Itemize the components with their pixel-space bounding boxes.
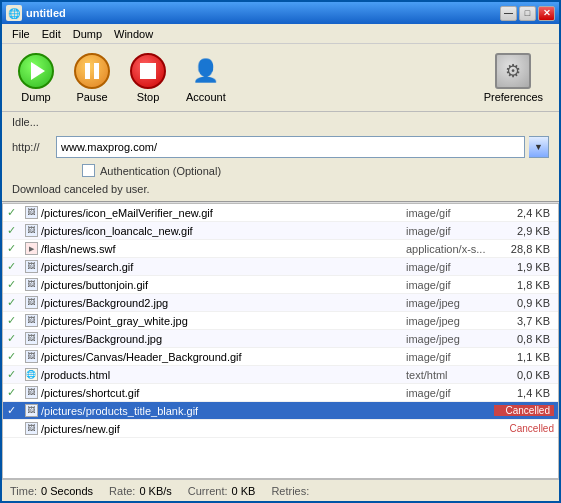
title-bar-buttons: — □ ✕ [500, 6, 555, 21]
file-size: 1,9 KB [504, 261, 554, 273]
menu-bar: File Edit Dump Window [2, 24, 559, 44]
dump-label: Dump [21, 91, 50, 103]
auth-label: Authentication (Optional) [100, 165, 221, 177]
file-size: 0,8 KB [504, 333, 554, 345]
stop-button[interactable]: Stop [122, 49, 174, 107]
file-icon: 🖼 [24, 278, 38, 292]
file-size: 0,9 KB [504, 297, 554, 309]
file-size: 2,9 KB [504, 225, 554, 237]
stop-icon-container [130, 53, 166, 89]
gear-icon: ⚙ [495, 53, 531, 89]
file-icon: 🖼 [24, 314, 38, 328]
time-value: 0 Seconds [41, 485, 93, 497]
check-icon: ✓ [7, 296, 21, 309]
file-size: 28,8 KB [504, 243, 554, 255]
table-row[interactable]: ✓🖼/pictures/search.gifimage/gif1,9 KB [3, 258, 558, 276]
stop-label: Stop [137, 91, 160, 103]
status-bar: Time: 0 Seconds Rate: 0 KB/s Current: 0 … [2, 479, 559, 501]
table-row[interactable]: ✓🖼/pictures/products_title_blank.gifCanc… [3, 402, 558, 420]
table-row[interactable]: 🖼/pictures/new.gifCancelled [3, 420, 558, 438]
table-row[interactable]: ✓🌐/products.htmltext/html0,0 KB [3, 366, 558, 384]
file-icon: 🌐 [24, 368, 38, 382]
table-row[interactable]: ✓🖼/pictures/Background.jpgimage/jpeg0,8 … [3, 330, 558, 348]
table-row[interactable]: ✓🖼/pictures/buttonjoin.gifimage/gif1,8 K… [3, 276, 558, 294]
file-icon: ▶ [24, 242, 38, 256]
download-status-text: Download canceled by user. [12, 183, 150, 195]
file-name: /pictures/new.gif [41, 423, 340, 435]
file-type: image/gif [406, 351, 501, 363]
close-button[interactable]: ✕ [538, 6, 555, 21]
main-window: 🌐 untitled — □ ✕ File Edit Dump Window D… [0, 0, 561, 503]
title-bar-left: 🌐 untitled [6, 5, 66, 21]
check-icon: ✓ [7, 404, 21, 417]
file-size: 2,4 KB [504, 207, 554, 219]
file-size: 1,8 KB [504, 279, 554, 291]
minimize-button[interactable]: — [500, 6, 517, 21]
file-name: /pictures/search.gif [41, 261, 403, 273]
file-name: /pictures/Background2.jpg [41, 297, 403, 309]
file-name: /flash/news.swf [41, 243, 403, 255]
auth-row: Authentication (Optional) [2, 162, 559, 179]
file-size: 0,0 KB [504, 369, 554, 381]
preferences-icon-container: ⚙ [495, 53, 531, 89]
file-type: text/html [406, 369, 501, 381]
person-icon: 👤 [192, 58, 219, 84]
file-name: /products.html [41, 369, 403, 381]
file-type: application/x-s... [406, 243, 501, 255]
file-type: image/gif [406, 387, 501, 399]
file-name: /pictures/buttonjoin.gif [41, 279, 403, 291]
file-type: image/gif [406, 279, 501, 291]
file-name: /pictures/icon_eMailVerifier_new.gif [41, 207, 403, 219]
file-icon: 🖼 [24, 422, 38, 436]
file-icon: 🖼 [24, 296, 38, 310]
maximize-button[interactable]: □ [519, 6, 536, 21]
pause-icon-container [74, 53, 110, 89]
check-icon: ✓ [7, 278, 21, 291]
account-icon-container: 👤 [188, 53, 224, 89]
time-label: Time: [10, 485, 37, 497]
table-row[interactable]: ✓🖼/pictures/Point_gray_white.jpgimage/jp… [3, 312, 558, 330]
file-icon: 🖼 [24, 224, 38, 238]
check-icon: ✓ [7, 224, 21, 237]
account-button[interactable]: 👤 Account [178, 49, 234, 107]
url-dropdown-button[interactable]: ▼ [529, 136, 549, 158]
preferences-button[interactable]: ⚙ Preferences [476, 49, 551, 107]
check-icon: ✓ [7, 368, 21, 381]
table-row[interactable]: ✓🖼/pictures/icon_eMailVerifier_new.gifim… [3, 204, 558, 222]
check-icon: ✓ [7, 206, 21, 219]
check-icon: ✓ [7, 350, 21, 363]
file-name: /pictures/Background.jpg [41, 333, 403, 345]
file-list[interactable]: ✓🖼/pictures/icon_eMailVerifier_new.gifim… [3, 204, 558, 478]
current-segment: Current: 0 KB [188, 485, 256, 497]
file-status: Cancelled [494, 423, 554, 434]
file-icon: 🖼 [24, 206, 38, 220]
download-status-msg: Download canceled by user. [2, 179, 559, 201]
current-label: Current: [188, 485, 228, 497]
table-row[interactable]: ✓🖼/pictures/Canvas/Header_Background.gif… [3, 348, 558, 366]
url-bar: http:// ▼ [2, 132, 559, 162]
table-row[interactable]: ✓🖼/pictures/Background2.jpgimage/jpeg0,9… [3, 294, 558, 312]
file-icon: 🖼 [24, 404, 38, 418]
file-name: /pictures/Point_gray_white.jpg [41, 315, 403, 327]
file-type: image/gif [406, 207, 501, 219]
menu-window[interactable]: Window [108, 26, 159, 42]
preferences-label: Preferences [484, 91, 543, 103]
menu-file[interactable]: File [6, 26, 36, 42]
window-title: untitled [26, 7, 66, 19]
pause-button[interactable]: Pause [66, 49, 118, 107]
table-row[interactable]: ✓▶/flash/news.swfapplication/x-s...28,8 … [3, 240, 558, 258]
file-type: image/jpeg [406, 333, 501, 345]
check-icon: ✓ [7, 332, 21, 345]
file-icon: 🖼 [24, 260, 38, 274]
url-input[interactable] [56, 136, 525, 158]
file-size: 3,7 KB [504, 315, 554, 327]
menu-edit[interactable]: Edit [36, 26, 67, 42]
menu-dump[interactable]: Dump [67, 26, 108, 42]
auth-checkbox[interactable] [82, 164, 95, 177]
check-icon: ✓ [7, 242, 21, 255]
table-row[interactable]: ✓🖼/pictures/shortcut.gifimage/gif1,4 KB [3, 384, 558, 402]
table-row[interactable]: ✓🖼/pictures/icon_loancalc_new.gifimage/g… [3, 222, 558, 240]
dump-button[interactable]: Dump [10, 49, 62, 107]
retries-segment: Retries: [271, 485, 309, 497]
title-bar: 🌐 untitled — □ ✕ [2, 2, 559, 24]
